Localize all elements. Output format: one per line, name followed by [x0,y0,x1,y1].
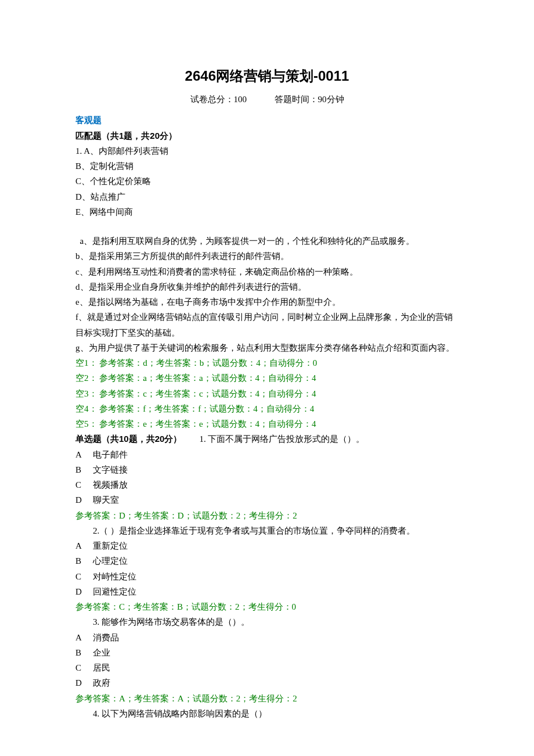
total-score: 试卷总分：100 [190,92,247,107]
match-desc-d: d、是指采用企业自身所收集并维护的邮件列表进行的营销。 [75,279,459,294]
q1-option-b: B文字链接 [75,462,459,477]
single-q2-stem: 2.（ ）是指企业选择靠近于现有竞争者或与其重合的市场位置，争夺同样的消费者。 [75,523,459,538]
letter-d: D [75,584,93,599]
q3-d-text: 政府 [93,678,110,687]
q1-b-text: 文字链接 [93,465,128,474]
single-header-line: 单选题（共10题，共20分） 1. 下面不属于网络广告投放形式的是（）。 [75,431,459,447]
q2-option-c: C对峙性定位 [75,569,459,584]
match-option-d: D、站点推广 [75,189,459,204]
q3-a-text: 消费品 [93,633,119,642]
match-desc-e: e、是指以网络为基础，在电子商务市场中发挥中介作用的新型中介。 [75,294,459,309]
q2-option-d: D回避性定位 [75,584,459,599]
q3-option-a: A消费品 [75,630,459,645]
blank-3-answer: 空3： 参考答案：c；考生答案：c；试题分数：4；自动得分：4 [75,386,459,401]
letter-a: A [75,447,93,462]
q1-option-c: C视频播放 [75,477,459,492]
section-objective: 客观题 [75,113,459,128]
q2-a-text: 重新定位 [93,541,128,550]
q2-b-text: 心理定位 [93,556,128,566]
q2-option-a: A重新定位 [75,538,459,553]
match-desc-f: f、就是通过对企业网络营销站点的宣传吸引用户访问，同时树立企业网上品牌形象，为企… [75,309,459,340]
q1-c-text: 视频播放 [93,480,128,489]
letter-b: B [75,553,93,568]
letter-c: C [75,477,93,492]
blank-1-answer: 空1： 参考答案：d；考生答案：b；试题分数：4；自动得分：0 [75,355,459,370]
q3-c-text: 居民 [93,663,110,672]
q3-option-d: D政府 [75,675,459,690]
letter-d: D [75,675,93,690]
letter-c: C [75,660,93,675]
document-title: 2646网络营销与策划-0011 [75,64,459,88]
q1-option-a: A电子邮件 [75,447,459,462]
q2-c-text: 对峙性定位 [93,572,136,581]
match-option-a: A、内部邮件列表营销 [84,146,168,156]
q1-a-text: 电子邮件 [93,450,128,459]
single-choice-header: 单选题（共10题，共20分） [75,431,199,447]
blank-4-answer: 空4： 参考答案：f；考生答案：f；试题分数：4；自动得分：4 [75,401,459,416]
q1-prefix: 1. [75,146,84,156]
q1-d-text: 聊天室 [93,495,119,505]
single-q3-stem: 3. 能够作为网络市场交易客体的是（）。 [75,614,459,629]
answer-time: 答题时间：90分钟 [275,92,344,107]
letter-b: B [75,462,93,477]
letter-d: D [75,492,93,507]
q3-answer: 参考答案：A；考生答案：A；试题分数：2；考生得分：2 [75,691,459,706]
match-option-e: E、网络中间商 [75,204,459,219]
match-desc-g: g、为用户提供了基于关键词的检索服务，站点利用大型数据库分类存储各种站点介绍和页… [75,340,459,355]
match-option-b: B、定制化营销 [75,159,459,174]
matching-header: 匹配题（共1题，共20分） [75,128,459,143]
match-desc-b: b、是指采用第三方所提供的邮件列表进行的邮件营销。 [75,249,459,264]
letter-a: A [75,630,93,645]
q2-answer: 参考答案：C；考生答案：B；试题分数：2；考生得分：0 [75,599,459,614]
blank-5-answer: 空5： 参考答案：e；考生答案：e；试题分数：4；自动得分：4 [75,416,459,431]
match-desc-c: c、是利用网络互动性和消费者的需求特征，来确定商品价格的一种策略。 [75,264,459,279]
single-q4-stem: 4. 以下为网络营销战略内部影响因素的是（） [75,706,459,721]
q2-d-text: 回避性定位 [93,587,136,596]
match-desc-a: a、是指利用互联网自身的优势，为顾客提供一对一的，个性化和独特化的产品或服务。 [75,233,459,249]
q1-option-d: D聊天室 [75,492,459,507]
letter-a: A [75,538,93,553]
q3-b-text: 企业 [93,648,110,657]
q1-answer: 参考答案：D；考生答案：D；试题分数：2；考生得分：2 [75,508,459,523]
matching-question-1: 1. A、内部邮件列表营销 [75,143,459,159]
q3-option-b: B企业 [75,645,459,660]
single-q1-stem: 1. 下面不属于网络广告投放形式的是（）。 [199,431,459,447]
letter-c: C [75,569,93,584]
q3-option-c: C居民 [75,660,459,675]
letter-b: B [75,645,93,660]
match-option-c: C、个性化定价策略 [75,174,459,189]
page: 2646网络营销与策划-0011 试卷总分：100 答题时间：90分钟 客观题 … [75,64,459,756]
blank-2-answer: 空2： 参考答案：a；考生答案：a；试题分数：4；自动得分：4 [75,370,459,386]
q2-option-b: B心理定位 [75,553,459,568]
spacer [75,219,459,233]
meta-line: 试卷总分：100 答题时间：90分钟 [75,92,459,107]
